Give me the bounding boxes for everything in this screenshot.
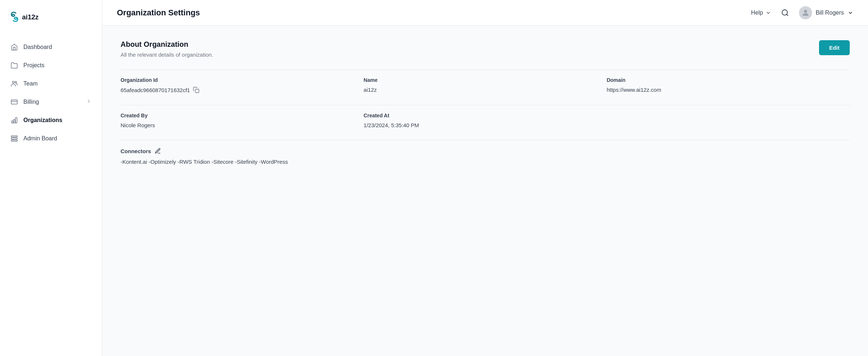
header-actions: Help Bill Rogers (751, 6, 853, 19)
about-title: About Organization (121, 40, 213, 49)
user-chevron-icon (848, 10, 853, 16)
org-id-field: Organization Id 65afeadc9660870171632cf1 (121, 77, 363, 93)
divider-2 (121, 105, 850, 105)
page-header: Organization Settings Help (102, 0, 868, 26)
svg-rect-6 (14, 120, 15, 123)
team-icon (10, 80, 18, 88)
search-icon (781, 9, 789, 17)
domain-value: https://www.ai12z.com (607, 87, 850, 93)
name-field: Name ai12z (363, 77, 606, 93)
created-at-value: 1/23/2024, 5:35:40 PM (363, 122, 606, 128)
avatar (799, 6, 812, 19)
page-content: About Organization All the relevant deta… (102, 26, 868, 356)
user-menu[interactable]: Bill Rogers (799, 6, 853, 19)
logo-area: ai12z (0, 0, 102, 34)
chevron-right-icon (86, 98, 92, 106)
connectors-list: -Kontent.ai -Optimizely -RWS Tridion -Si… (121, 159, 850, 165)
user-avatar-icon (801, 8, 810, 17)
org-icon (10, 116, 18, 124)
svg-rect-5 (12, 121, 13, 123)
divider-3 (121, 140, 850, 140)
connectors-edit-icon[interactable] (155, 148, 161, 154)
copy-icon[interactable] (193, 87, 199, 93)
page-title: Organization Settings (117, 8, 744, 18)
sidebar-item-admin-board[interactable]: Admin Board (0, 129, 102, 148)
main-content: Organization Settings Help (102, 0, 868, 356)
search-button[interactable] (778, 6, 792, 19)
help-button[interactable]: Help (751, 10, 771, 16)
name-value: ai12z (363, 87, 606, 93)
sidebar-item-dashboard[interactable]: Dashboard (0, 38, 102, 56)
created-by-label: Created By (121, 113, 363, 118)
created-at-field: Created At 1/23/2024, 5:35:40 PM (363, 113, 606, 128)
logo: ai12z (10, 9, 50, 25)
admin-icon (10, 135, 18, 143)
svg-rect-14 (195, 89, 199, 93)
sidebar-item-billing[interactable]: Billing (0, 93, 102, 111)
svg-rect-8 (11, 136, 18, 137)
name-label: Name (363, 77, 606, 83)
sidebar-label-projects: Projects (23, 62, 45, 69)
svg-text:ai12z: ai12z (22, 13, 39, 21)
svg-rect-3 (11, 100, 18, 104)
sidebar-label-dashboard: Dashboard (23, 44, 52, 50)
help-label: Help (751, 10, 763, 16)
org-id-value: 65afeadc9660870171632cf1 (121, 87, 363, 93)
svg-point-2 (15, 82, 16, 83)
sidebar-label-organizations: Organizations (23, 117, 62, 124)
divider-1 (121, 69, 850, 70)
fields-row-2: Created By Nicole Rogers Created At 1/23… (121, 113, 850, 128)
edit-button[interactable]: Edit (819, 40, 850, 55)
sidebar-label-team: Team (23, 80, 38, 87)
sidebar-item-projects[interactable]: Projects (0, 56, 102, 75)
svg-rect-10 (11, 140, 18, 141)
connectors-title: Connectors (121, 148, 151, 154)
chevron-down-icon (765, 10, 771, 16)
svg-rect-9 (11, 138, 18, 139)
created-by-field: Created By Nicole Rogers (121, 113, 363, 128)
created-at-label: Created At (363, 113, 606, 118)
about-subtitle: All the relevant details of organization… (121, 52, 213, 58)
user-name: Bill Rogers (816, 10, 844, 16)
about-header: About Organization All the relevant deta… (121, 40, 850, 58)
folder-icon (10, 61, 18, 69)
nav-list: Dashboard Projects Team (0, 34, 102, 356)
svg-point-11 (782, 10, 787, 15)
domain-label: Domain (607, 77, 850, 83)
home-icon (10, 43, 18, 51)
org-id-label: Organization Id (121, 77, 363, 83)
svg-point-13 (804, 10, 807, 13)
domain-field: Domain https://www.ai12z.com (607, 77, 850, 93)
sidebar-item-organizations[interactable]: Organizations (0, 111, 102, 129)
svg-line-12 (787, 14, 788, 16)
billing-icon (10, 98, 18, 106)
created-by-value: Nicole Rogers (121, 122, 363, 128)
placeholder-field (607, 113, 850, 128)
sidebar: ai12z Dashboard Projects (0, 0, 102, 356)
sidebar-label-admin-board: Admin Board (23, 135, 57, 142)
sidebar-label-billing: Billing (23, 99, 39, 105)
svg-rect-7 (15, 118, 17, 123)
connectors-header: Connectors (121, 148, 850, 154)
about-text-block: About Organization All the relevant deta… (121, 40, 213, 58)
connectors-section: Connectors -Kontent.ai -Optimizely -RWS … (121, 148, 850, 165)
svg-point-1 (12, 81, 14, 83)
fields-row-1: Organization Id 65afeadc9660870171632cf1… (121, 77, 850, 93)
sidebar-item-team[interactable]: Team (0, 75, 102, 93)
